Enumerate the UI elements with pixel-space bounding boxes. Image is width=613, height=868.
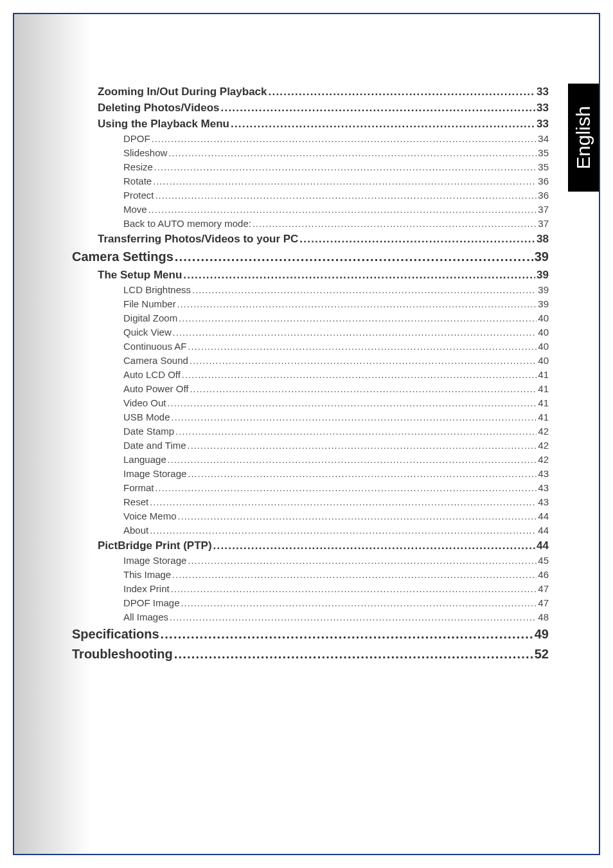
toc-row: All Images 48 <box>123 610 549 624</box>
toc-page-number: 36 <box>538 188 549 203</box>
toc-row: Back to AUTO memory mode: 37 <box>123 217 549 231</box>
toc-page-number: 42 <box>538 424 549 439</box>
toc-leader-dots <box>269 84 536 100</box>
toc-row: Image Storage 45 <box>123 554 549 568</box>
toc-row: Camera Settings 39 <box>72 247 549 267</box>
toc-page-number: 39 <box>537 267 549 283</box>
toc-row: Format 43 <box>123 481 549 495</box>
toc-page-number: 40 <box>538 354 549 368</box>
toc-title: About <box>123 523 148 538</box>
toc-row: Digital Zoom 40 <box>123 311 549 325</box>
toc-title: Protect <box>123 188 154 203</box>
toc-leader-dots <box>188 554 537 568</box>
toc-title: Specifications <box>72 624 159 644</box>
toc-page-number: 49 <box>535 624 549 644</box>
toc-row: Specifications 49 <box>72 624 549 644</box>
toc-row: Zooming In/Out During Playback 33 <box>98 84 549 100</box>
toc-title: Troubleshooting <box>72 644 173 664</box>
toc-row: This Image 46 <box>123 568 549 582</box>
toc-title: Move <box>123 203 147 217</box>
toc-leader-dots <box>188 467 537 481</box>
toc-row: Quick View 40 <box>123 325 549 339</box>
toc-title: DPOF <box>123 132 150 146</box>
toc-page-number: 40 <box>538 325 549 339</box>
toc-page-number: 44 <box>538 509 549 523</box>
toc-page-number: 37 <box>538 203 549 217</box>
toc-title: Auto LCD Off <box>123 368 181 382</box>
toc-leader-dots <box>177 297 537 311</box>
toc-leader-dots <box>148 203 537 217</box>
toc-leader-dots <box>175 247 533 267</box>
toc-row: Deleting Photos/Videos 33 <box>98 100 549 116</box>
toc-title: DPOF Image <box>123 596 180 610</box>
toc-title: Digital Zoom <box>123 311 177 325</box>
toc-leader-dots <box>253 217 537 231</box>
toc-leader-dots <box>231 116 535 132</box>
toc-row: Voice Memo 44 <box>123 509 549 523</box>
toc-row: DPOF Image 47 <box>123 596 549 610</box>
toc-page-number: 41 <box>538 396 549 410</box>
toc-page-number: 39 <box>538 297 549 311</box>
toc-title: Back to AUTO memory mode: <box>123 217 251 231</box>
toc-row: Reset 43 <box>123 495 549 509</box>
toc-page-number: 52 <box>535 644 549 664</box>
toc-page-number: 36 <box>538 174 549 188</box>
toc-title: This Image <box>123 568 171 582</box>
toc-title: Camera Settings <box>72 247 173 267</box>
toc-leader-dots <box>152 132 537 146</box>
toc-row: Auto LCD Off 41 <box>123 368 549 382</box>
toc-row: Transferring Photos/Videos to your PC 38 <box>98 231 549 247</box>
toc-row: DPOF 34 <box>123 132 549 146</box>
toc-row: Protect 36 <box>123 188 549 203</box>
toc-leader-dots <box>188 339 537 354</box>
toc-leader-dots <box>174 644 533 664</box>
toc-leader-dots <box>221 100 536 116</box>
toc-title: Quick View <box>123 325 172 339</box>
toc-leader-dots <box>181 596 537 610</box>
toc-leader-dots <box>299 231 535 247</box>
table-of-contents: Zooming In/Out During Playback 33Deletin… <box>72 84 549 664</box>
toc-title: Transferring Photos/Videos to your PC <box>98 231 298 247</box>
toc-leader-dots <box>178 509 537 523</box>
toc-title: Image Storage <box>123 554 186 568</box>
toc-row: Date Stamp 42 <box>123 424 549 439</box>
toc-leader-dots <box>190 354 537 368</box>
toc-leader-dots <box>170 610 537 624</box>
toc-leader-dots <box>154 160 537 174</box>
toc-row: Rotate 36 <box>123 174 549 188</box>
toc-row: Troubleshooting 52 <box>72 644 549 664</box>
toc-row: File Number 39 <box>123 297 549 311</box>
toc-page-number: 43 <box>538 467 549 481</box>
toc-page-number: 34 <box>538 132 549 146</box>
toc-leader-dots <box>183 267 535 283</box>
toc-title: Index Print <box>123 582 170 596</box>
toc-row: LCD Brightness 39 <box>123 283 549 297</box>
toc-page-number: 43 <box>538 495 549 509</box>
toc-title: All Images <box>123 610 168 624</box>
toc-page-number: 46 <box>538 568 549 582</box>
toc-title: Image Storage <box>123 467 186 481</box>
toc-leader-dots <box>155 481 537 495</box>
toc-page-number: 44 <box>538 523 549 538</box>
toc-leader-dots <box>168 453 537 467</box>
toc-leader-dots <box>190 382 537 396</box>
toc-title: Zooming In/Out During Playback <box>98 84 267 100</box>
toc-page-number: 40 <box>538 339 549 354</box>
toc-title: File Number <box>123 297 176 311</box>
toc-row: Slideshow 35 <box>123 146 549 160</box>
toc-page-number: 35 <box>538 160 549 174</box>
toc-page-number: 40 <box>538 311 549 325</box>
toc-page-number: 37 <box>538 217 549 231</box>
toc-leader-dots <box>175 424 537 439</box>
toc-page-number: 33 <box>537 84 549 100</box>
toc-page-number: 42 <box>538 439 549 453</box>
toc-title: LCD Brightness <box>123 283 191 297</box>
toc-title: The Setup Menu <box>98 267 182 283</box>
toc-title: Camera Sound <box>123 354 188 368</box>
toc-leader-dots <box>179 311 537 325</box>
toc-row: The Setup Menu 39 <box>98 267 549 283</box>
toc-title: USB Mode <box>123 410 170 424</box>
toc-leader-dots <box>168 146 537 160</box>
toc-leader-dots <box>150 495 537 509</box>
toc-page-number: 48 <box>538 610 549 624</box>
